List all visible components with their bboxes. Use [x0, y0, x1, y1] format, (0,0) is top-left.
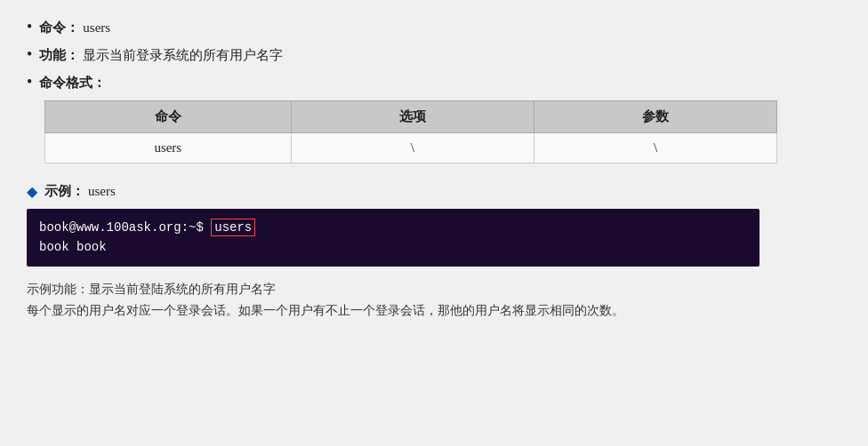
- bullet-format: • 命令格式：: [27, 73, 841, 92]
- terminal-prompt: book@www.100ask.org:~$: [39, 220, 211, 235]
- command-value: users: [83, 20, 110, 36]
- description-line-1: 示例功能：显示当前登陆系统的所有用户名字: [27, 279, 841, 300]
- example-command-word: users: [88, 184, 116, 199]
- bullet-command: • 命令： users: [27, 18, 841, 36]
- command-label: 命令：: [39, 20, 79, 36]
- table-cell-command: users: [45, 133, 292, 163]
- terminal-block: book@www.100ask.org:~$ users book book: [27, 209, 760, 267]
- function-value: 显示当前登录系统的所有用户名字: [83, 47, 283, 64]
- table-row: users \ \: [45, 133, 777, 163]
- description-section: 示例功能：显示当前登陆系统的所有用户名字 每个显示的用户名对应一个登录会话。如果…: [27, 279, 841, 322]
- terminal-command: users: [211, 219, 255, 236]
- table-header-row: 命令 选项 参数: [45, 101, 777, 133]
- bullet-function: • 功能： 显示当前登录系统的所有用户名字: [27, 45, 841, 64]
- diamond-icon: ◆: [27, 183, 37, 200]
- bullet-dot-1: •: [27, 18, 32, 36]
- command-table: 命令 选项 参数 users \ \: [44, 100, 777, 163]
- format-label: 命令格式：: [39, 75, 106, 92]
- bullet-dot-3: •: [27, 73, 32, 92]
- description-line-2: 每个显示的用户名对应一个登录会话。如果一个用户有不止一个登录会话，那他的用户名将…: [27, 300, 841, 322]
- table-header-command: 命令: [45, 101, 292, 133]
- table-cell-options: \: [291, 133, 534, 163]
- terminal-output: book book: [39, 237, 747, 257]
- page-wrapper: • 命令： users • 功能： 显示当前登录系统的所有用户名字 • 命令格式…: [27, 18, 841, 321]
- example-heading: ◆ 示例： users: [27, 183, 841, 200]
- bullet-dot-2: •: [27, 45, 32, 64]
- example-label: 示例：: [44, 183, 84, 200]
- table-cell-params: \: [534, 133, 776, 163]
- table-header-params: 参数: [534, 101, 776, 133]
- table-header-options: 选项: [291, 101, 534, 133]
- function-label: 功能：: [39, 47, 79, 64]
